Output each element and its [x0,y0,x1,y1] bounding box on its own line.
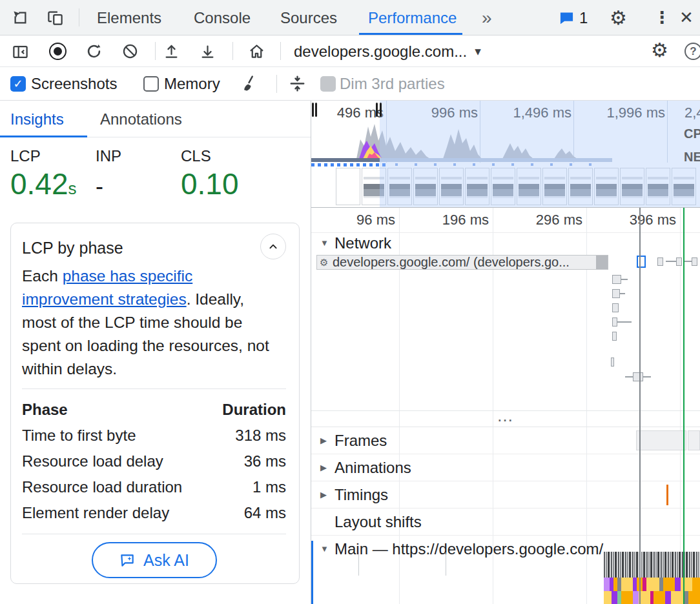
table-row: Resource load duration1 ms [22,474,286,500]
phase-table-header: PhaseDuration [22,397,286,423]
expand-track-icon[interactable]: ▶ [320,481,327,508]
net-lane-label: NE [684,150,700,165]
issues-count: 1 [579,0,588,35]
tab-performance[interactable]: Performance [368,0,457,35]
request-bar-cap [596,256,608,269]
collapse-track-icon[interactable]: ▼ [320,232,329,254]
insights-tab-underline [0,136,87,137]
window-right-handle[interactable] [380,103,382,117]
network-request-bar[interactable] [612,275,621,284]
expand-track-icon[interactable]: ▶ [320,427,327,454]
table-row: Resource load delay36 ms [22,448,286,474]
toggle-sidebar-icon[interactable] [12,43,29,61]
shrink-rows-icon[interactable] [288,74,307,93]
issues-icon[interactable] [559,11,574,26]
track-label: Layout shifts [335,508,422,536]
check-icon: ✓ [10,76,26,92]
network-request-bar[interactable] [612,289,620,298]
kebab-menu-icon[interactable]: ⋮ [654,0,670,35]
request-whisker [620,293,625,294]
tab-sources[interactable]: Sources [280,0,337,35]
network-request-bar[interactable] [657,257,663,266]
load-marker-line [683,208,685,604]
inspect-icon[interactable] [12,9,29,26]
more-tabs-button[interactable]: » [482,0,492,35]
expand-track-icon[interactable]: ▶ [320,454,327,481]
main-flame-chart[interactable] [604,578,700,591]
timeline-overview[interactable]: 496 ms 996 ms 1,496 ms 1,996 ms 2,49 CP … [311,101,700,208]
screenshots-label[interactable]: Screenshots [31,67,117,101]
main-track-indicator [311,541,313,604]
collect-garbage-icon[interactable] [240,74,259,93]
network-overview-bar [311,158,380,162]
network-overview-requests [311,163,387,166]
network-request-bar[interactable] [692,257,697,266]
network-request-bar[interactable] [612,303,619,312]
main-flame-chart[interactable] [604,552,700,578]
capture-settings-gear-icon[interactable]: ⚙ [651,39,668,61]
device-toolbar-icon[interactable] [46,9,64,26]
card-title: LCP by phase [22,239,123,257]
track-animations[interactable]: ▶ Animations [311,454,700,481]
track-timings[interactable]: ▶ Timings [311,481,700,508]
cls-label: CLS [181,147,211,165]
inp-label: INP [96,147,121,165]
toolbar-separator [276,75,277,93]
network-request-bar[interactable] [612,317,617,327]
save-profile-icon[interactable] [199,43,216,60]
record-button[interactable] [49,43,67,60]
cpu-profile-select[interactable]: developers.google.com... ▾ [294,35,481,67]
network-request-bar[interactable] [612,332,617,341]
window-left-handle[interactable] [312,103,314,117]
network-request-bar[interactable] [633,372,643,381]
chevron-up-icon [266,239,280,254]
ask-ai-button[interactable]: Ask AI [92,542,217,578]
network-request-bar[interactable]: ⚙ developers.google.com/ (developers.go.… [316,255,608,270]
track-label: Timings [335,481,388,508]
home-icon[interactable] [248,43,265,60]
card-description: Each phase has specific improvement stra… [22,265,271,381]
ruler-tick: 196 ms [437,212,489,228]
network-request-bar[interactable] [611,357,614,367]
insights-sidebar: Insights Annotations LCP INP CLS 0.42s -… [0,101,311,604]
timing-marker[interactable] [666,485,668,505]
collapse-card-button[interactable] [260,234,286,259]
track-layout-shifts[interactable]: Layout shifts [311,508,700,536]
ruler-tick: 96 ms [344,212,395,228]
track-label: Frames [335,427,387,454]
toolbar-separator [280,42,281,60]
flame-tick [358,552,359,576]
tab-annotations[interactable]: Annotations [100,101,182,137]
main-flame-chart[interactable] [604,591,700,604]
clear-icon[interactable] [121,43,139,60]
ruler-tick: 396 ms [624,212,676,228]
network-request-bar[interactable] [676,257,682,266]
options-toolbar: ✓ Screenshots Memory Dim 3rd parties [0,67,700,101]
window-left-handle[interactable] [315,103,317,117]
settings-gear-icon[interactable]: ⚙ [610,0,627,35]
screenshots-checkbox[interactable]: ✓ [10,76,26,92]
tab-insights[interactable]: Insights [10,101,64,137]
devtools-tabbar: Elements Console Sources Performance » 1… [0,0,700,35]
network-request-selected[interactable] [637,256,646,268]
window-right-handle[interactable] [376,103,378,117]
lcp-by-phase-card: LCP by phase Each phase has specific imp… [10,223,300,584]
track-network-header[interactable]: ▼ Network [311,232,700,254]
frame-block[interactable] [688,430,700,450]
tab-console[interactable]: Console [194,0,251,35]
request-whisker [625,376,633,378]
memory-label[interactable]: Memory [164,67,220,101]
overview-dim-overlay[interactable] [380,101,700,208]
collapse-track-icon[interactable]: ▼ [320,536,329,563]
track-resizer[interactable]: … [311,410,700,427]
close-icon[interactable]: ✕ [679,0,694,35]
request-whisker [685,261,692,262]
filmstrip-thumbnail[interactable] [336,168,360,205]
help-icon[interactable]: ? [685,43,700,60]
card-divider [22,388,286,389]
frame-block[interactable] [636,430,686,450]
load-profile-icon[interactable] [163,43,180,60]
reload-record-icon[interactable] [85,43,103,60]
tab-elements[interactable]: Elements [97,0,161,35]
memory-checkbox[interactable] [143,76,159,92]
